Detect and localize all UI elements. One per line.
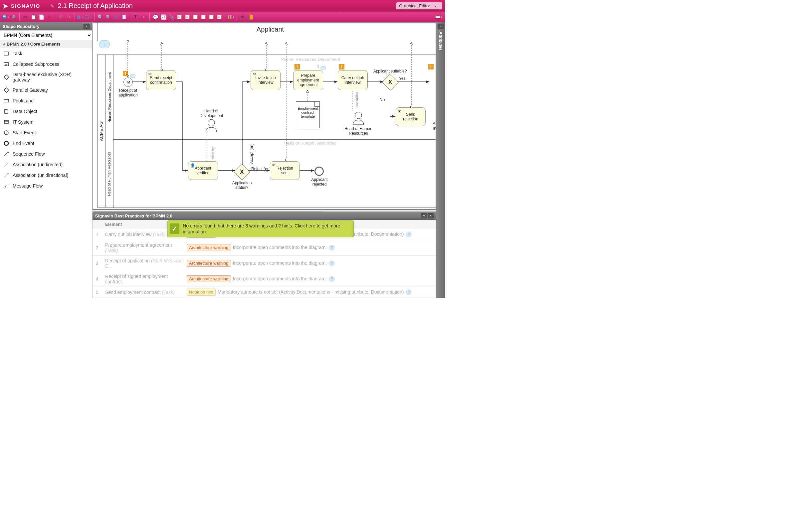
zoom-fit-button[interactable] xyxy=(112,13,120,21)
bp-row[interactable]: 2Prepare employment agreement (Task)Arch… xyxy=(93,240,436,256)
start-label: Receipt of application xyxy=(118,88,138,97)
task-carryout[interactable]: Carry out job interview xyxy=(338,70,368,90)
svg-line-33 xyxy=(4,163,8,167)
task-prepare[interactable]: Prepare employment agreement xyxy=(293,70,323,90)
task-send-receipt[interactable]: ✉ Send receipt confirmation xyxy=(146,70,176,90)
help-icon[interactable]: ? xyxy=(406,289,412,295)
shape-item-msgflow[interactable]: Message Flow xyxy=(0,180,92,191)
lane-head-hr[interactable]: Head of Human Resources xyxy=(106,140,113,208)
pool-applicant[interactable]: Applicant xyxy=(97,23,436,41)
shape-item-dataobj[interactable]: Data Object xyxy=(0,106,92,117)
help-icon[interactable]: ? xyxy=(329,245,335,251)
help-icon[interactable]: ? xyxy=(329,260,335,266)
views-button[interactable]: ▼ xyxy=(227,13,235,21)
shape-item-parallel[interactable]: Parallel Gateway xyxy=(0,85,92,95)
invite-button[interactable]: ✉ xyxy=(239,13,246,21)
shape-item-xor[interactable]: Data-based exclusive (XOR) gateway xyxy=(0,70,92,85)
shape-item-subprocess[interactable]: Collapsed Subprocess xyxy=(0,59,92,70)
help-button[interactable]: 📙 xyxy=(247,13,254,21)
zoom-page-button[interactable] xyxy=(121,13,128,21)
shape-item-itsystem[interactable]: IT System xyxy=(0,117,92,127)
end-rejected-label: Applicant rejected xyxy=(305,177,334,187)
shape-item-assoc[interactable]: Association (undirected) xyxy=(0,159,92,170)
gateway-status[interactable]: X xyxy=(234,164,251,180)
diagram-canvas[interactable]: Applicant 0 ACME AG Human Resources Depa… xyxy=(93,23,436,209)
dict6-button[interactable]: $ xyxy=(216,13,223,21)
bp-close-button[interactable]: ✕ xyxy=(428,213,433,218)
task-invite[interactable]: ✉ Invite to job interview xyxy=(251,70,280,90)
watermark-head: Head of Human Resources xyxy=(284,141,336,146)
print-button[interactable] xyxy=(10,13,17,21)
shape-category-header[interactable]: BPMN 2.0 / Core Elements xyxy=(0,40,92,48)
document-title[interactable]: 2.1 Receipt of Application xyxy=(58,2,133,10)
person-head-dev[interactable]: Head of Development xyxy=(195,109,228,134)
warn-badge-prepare[interactable]: ! xyxy=(295,64,300,70)
dict4-button[interactable] xyxy=(200,13,207,21)
svg-point-36 xyxy=(4,187,5,188)
canvas-wrap[interactable]: Applicant 0 ACME AG Human Resources Depa… xyxy=(93,22,436,211)
warn-badge-right[interactable]: ! xyxy=(428,64,433,70)
dict5-button[interactable] xyxy=(208,13,215,21)
gateway-suitable[interactable]: X xyxy=(382,74,399,91)
bp-row[interactable]: 3Receipt of application (Start Message E… xyxy=(93,256,436,271)
shape-list: TaskCollapsed SubprocessData-based exclu… xyxy=(0,48,92,298)
language-button[interactable]: ▼ xyxy=(436,13,443,21)
comments-button[interactable]: 💬 xyxy=(152,13,159,21)
zoom-out-button[interactable]: 🔍 xyxy=(105,13,112,21)
warn-badge-carryout[interactable]: ! xyxy=(339,64,345,70)
redo-button[interactable]: ↷ xyxy=(65,13,73,21)
delete-button[interactable]: ✕ xyxy=(45,13,53,21)
collapse-left-button[interactable]: « xyxy=(84,24,90,29)
shape-item-assocdir[interactable]: Association (unidirectional) xyxy=(0,170,92,180)
comment-marker-start[interactable] xyxy=(130,74,135,78)
label-reject: Reject (en) xyxy=(251,167,271,171)
help-icon[interactable]: ? xyxy=(406,231,412,238)
editor-mode-select[interactable]: Graphical Editor xyxy=(396,2,442,10)
zoom-in-button[interactable]: 🔍 xyxy=(96,13,104,21)
simulation-button[interactable]: 📈 xyxy=(160,13,167,21)
comments-bubble[interactable]: 0 xyxy=(99,40,110,48)
data-object-template[interactable]: Employment contract template xyxy=(296,101,320,128)
shape-item-seqflow[interactable]: Sequence Flow xyxy=(0,149,92,159)
dict1-button[interactable]: $ xyxy=(176,13,183,21)
task-send-rejection[interactable]: ✉ Send rejection xyxy=(396,108,426,126)
shape-item-end[interactable]: End Event xyxy=(0,138,92,149)
shape-item-task[interactable]: Task xyxy=(0,48,92,59)
bp-row[interactable]: 5Send employment contract (Task)Notation… xyxy=(93,287,436,298)
distribute-button[interactable]: ▼ xyxy=(85,13,92,21)
svg-rect-28 xyxy=(4,120,8,124)
task-rejection-sent[interactable]: ✉ Rejection sent xyxy=(270,161,300,180)
undo-button[interactable]: ↶ xyxy=(57,13,64,21)
help-icon[interactable]: ? xyxy=(329,276,335,282)
dict3-button[interactable] xyxy=(192,13,199,21)
colors-button[interactable]: ▼ xyxy=(140,13,147,21)
shape-item-start[interactable]: Start Event xyxy=(0,127,92,138)
copy-button[interactable]: 📋 xyxy=(30,13,37,21)
comment-marker-prepare[interactable] xyxy=(320,66,326,70)
lane-hr[interactable]: Human Resources Department xyxy=(106,55,113,140)
align-button[interactable]: ▼ xyxy=(77,13,84,21)
validation-notification[interactable]: ✓ No errors found, but there are 3 warni… xyxy=(167,221,354,237)
dict2-button[interactable]: $ xyxy=(184,13,191,21)
end-event-rejected[interactable] xyxy=(314,167,324,176)
bp-row[interactable]: 4Receipt of signed employment contract..… xyxy=(93,271,436,287)
pencil-icon[interactable]: ✎ xyxy=(50,3,54,8)
pool-acme[interactable]: ACME AG Human Resources Department Head … xyxy=(97,55,436,208)
watermark-hr: Human Resources Department xyxy=(280,57,340,62)
document-title-wrap: ✎ 2.1 Receipt of Application xyxy=(50,2,133,10)
msgflow-icon xyxy=(3,183,9,189)
task-verified[interactable]: 👤 Applicant verified xyxy=(188,161,218,180)
warn-badge-start[interactable]: ! xyxy=(123,71,128,76)
person-head-hr[interactable]: Head of Human Resources xyxy=(342,111,375,136)
save-button[interactable]: ▼ xyxy=(2,13,9,21)
attach-button[interactable]: 📎 xyxy=(168,13,175,21)
format-button[interactable]: T xyxy=(132,13,140,21)
shape-item-pool[interactable]: Pool/Lane xyxy=(0,95,92,106)
cut-button[interactable]: ✂ xyxy=(22,13,29,21)
start-event-receipt[interactable]: ✉ xyxy=(124,77,133,87)
expand-right-button[interactable]: « xyxy=(438,24,444,29)
paste-button[interactable]: 📄 xyxy=(38,13,45,21)
attributes-label[interactable]: Attributes xyxy=(438,32,443,51)
stencil-set-select[interactable]: BPMN (Core Elements) xyxy=(0,30,92,40)
bp-collapse-button[interactable]: ▾ xyxy=(421,213,427,218)
